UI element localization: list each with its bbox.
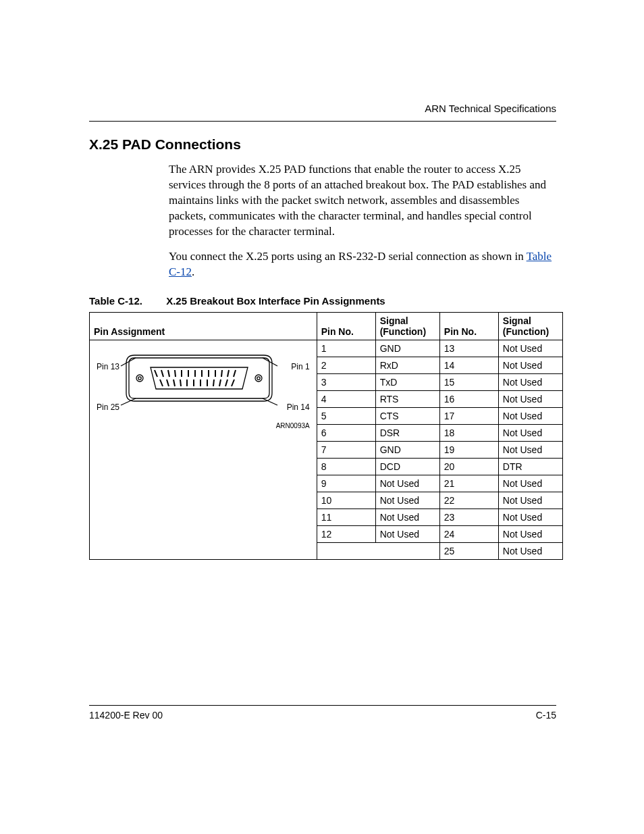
- pin-assignment-table: Pin Assignment Pin No. Signal (Function)…: [89, 312, 563, 560]
- svg-point-7: [257, 376, 260, 379]
- svg-line-31: [225, 380, 227, 386]
- cell-sig-b: Not Used: [498, 373, 562, 390]
- cell-pin-a: 11: [317, 509, 375, 525]
- cell-pin-b: 17: [439, 407, 498, 424]
- cell-sig-a: Not Used: [375, 475, 439, 492]
- cell-pin-a: 2: [317, 357, 375, 373]
- svg-point-6: [255, 375, 262, 382]
- svg-line-30: [219, 380, 221, 386]
- page: ARN Technical Specifications X.25 PAD Co…: [0, 0, 644, 834]
- cell-pin-a: 9: [317, 475, 375, 492]
- para2-suffix: .: [192, 265, 194, 278]
- footer-doc-id: 114200-E Rev 00: [89, 710, 163, 721]
- body-text: The ARN provides X.25 PAD functions that…: [169, 162, 559, 280]
- svg-line-21: [160, 380, 163, 386]
- cell-pin-a: 12: [317, 525, 375, 542]
- th-pin-assignment: Pin Assignment: [90, 312, 317, 340]
- pin-diagram-cell: Pin 13 Pin 1 Pin 25 Pin 14: [90, 340, 317, 559]
- cell-pin-b: 20: [439, 458, 498, 475]
- svg-line-29: [213, 380, 214, 386]
- cell-pin-a: 7: [317, 441, 375, 458]
- cell-sig-b: Not Used: [498, 441, 562, 458]
- page-footer: 114200-E Rev 00 C-15: [89, 705, 556, 721]
- cell-empty-span: [317, 542, 439, 559]
- cell-sig-a: RxD: [375, 357, 439, 373]
- cell-pin-a: 5: [317, 407, 375, 424]
- svg-line-8: [155, 370, 157, 377]
- svg-point-5: [138, 376, 141, 379]
- paragraph-1: The ARN provides X.25 PAD functions that…: [169, 162, 559, 240]
- cell-sig-b: Not Used: [498, 390, 562, 407]
- cell-pin-b: 13: [439, 340, 498, 357]
- connector-diagram-icon: [94, 343, 303, 431]
- svg-line-32: [232, 380, 234, 386]
- diagram-art-id: ARN0093A: [276, 422, 310, 429]
- cell-sig-a: Not Used: [375, 509, 439, 525]
- cell-pin-a: 8: [317, 458, 375, 475]
- table-caption: Table C-12. X.25 Breakout Box Interface …: [89, 295, 563, 307]
- cell-sig-b: DTR: [498, 458, 562, 475]
- top-rule: [89, 121, 556, 122]
- cell-sig-b: Not Used: [498, 492, 562, 509]
- table-row: Pin 13 Pin 1 Pin 25 Pin 14: [90, 340, 563, 357]
- svg-line-22: [167, 380, 169, 386]
- cell-sig-b: Not Used: [498, 424, 562, 441]
- table-number: Table C-12.: [89, 295, 163, 307]
- cell-sig-a: GND: [375, 441, 439, 458]
- cell-sig-a: TxD: [375, 373, 439, 390]
- cell-sig-b: Not Used: [498, 475, 562, 492]
- cell-sig-a: CTS: [375, 407, 439, 424]
- svg-point-4: [136, 375, 143, 382]
- svg-line-9: [161, 370, 163, 377]
- cell-sig-b: Not Used: [498, 407, 562, 424]
- th-pin-no-1: Pin No.: [317, 312, 375, 340]
- cell-sig-b: Not Used: [498, 340, 562, 357]
- cell-pin-b: 14: [439, 357, 498, 373]
- svg-line-11: [175, 370, 176, 377]
- svg-line-24: [180, 380, 181, 386]
- svg-line-23: [173, 380, 175, 386]
- cell-pin-a: 1: [317, 340, 375, 357]
- cell-sig-a: Not Used: [375, 492, 439, 509]
- cell-pin-a: 6: [317, 424, 375, 441]
- cell-sig-b: Not Used: [498, 357, 562, 373]
- cell-pin-b: 19: [439, 441, 498, 458]
- cell-pin-a: 4: [317, 390, 375, 407]
- cell-sig-a: Not Used: [375, 525, 439, 542]
- cell-pin-b: 22: [439, 492, 498, 509]
- svg-line-1: [263, 358, 277, 366]
- svg-line-20: [234, 370, 236, 377]
- svg-line-0: [121, 358, 136, 366]
- cell-pin-b: 21: [439, 475, 498, 492]
- cell-sig-a: RTS: [375, 390, 439, 407]
- cell-pin-b: 23: [439, 509, 498, 525]
- cell-pin-a: 3: [317, 373, 375, 390]
- cell-pin-b: 16: [439, 390, 498, 407]
- paragraph-2: You connect the X.25 ports using an RS-2…: [169, 249, 559, 280]
- svg-line-10: [168, 370, 169, 377]
- table-header-row: Pin Assignment Pin No. Signal (Function)…: [90, 312, 563, 340]
- svg-line-18: [221, 370, 222, 377]
- cell-pin-a: 10: [317, 492, 375, 509]
- cell-sig-a: DCD: [375, 458, 439, 475]
- cell-sig-b: Not Used: [498, 525, 562, 542]
- cell-pin-b: 15: [439, 373, 498, 390]
- th-signal-1: Signal (Function): [375, 312, 439, 340]
- cell-pin-b: 25: [439, 542, 498, 559]
- running-head: ARN Technical Specifications: [425, 103, 556, 114]
- table-title: X.25 Breakout Box Interface Pin Assignme…: [166, 295, 385, 307]
- footer-page-number: C-15: [536, 710, 556, 721]
- th-pin-no-2: Pin No.: [439, 312, 498, 340]
- cell-pin-b: 24: [439, 525, 498, 542]
- svg-line-19: [227, 370, 229, 377]
- cell-sig-a: GND: [375, 340, 439, 357]
- cell-sig-a: DSR: [375, 424, 439, 441]
- section-heading: X.25 PAD Connections: [89, 136, 563, 153]
- cell-sig-b: Not Used: [498, 509, 562, 525]
- cell-sig-b: Not Used: [498, 542, 562, 559]
- cell-pin-b: 18: [439, 424, 498, 441]
- th-signal-2: Signal (Function): [498, 312, 562, 340]
- para2-prefix: You connect the X.25 ports using an RS-2…: [169, 250, 527, 263]
